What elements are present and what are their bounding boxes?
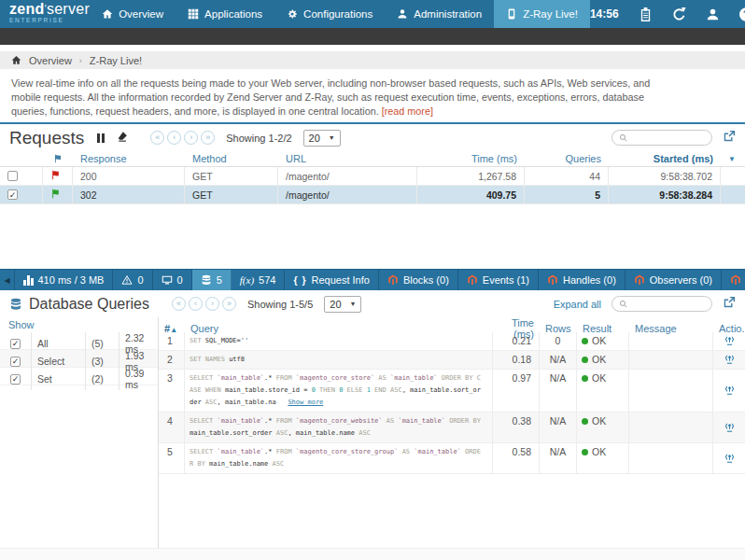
queries-export-button[interactable] (723, 296, 736, 313)
result-label: OK (592, 354, 606, 365)
time-column-header[interactable]: Time (ms) (464, 153, 525, 164)
filter-checkbox[interactable] (10, 357, 21, 367)
queries-prev-page-button[interactable]: ‹ (189, 297, 203, 311)
sql-token: .* (264, 417, 276, 425)
request-row-checkbox[interactable] (7, 171, 18, 181)
requests-next-page-button[interactable]: › (184, 131, 198, 145)
zray-tab-handles-0[interactable]: Handles (0) (539, 270, 626, 290)
flag-column-header[interactable] (43, 154, 73, 163)
database-icon (9, 298, 22, 311)
read-more-link[interactable]: [read more] (382, 105, 433, 117)
query-row[interactable]: 5SELECT `main_table`.* FROM `magento_cor… (159, 443, 745, 474)
requests-search-input[interactable] (631, 133, 705, 143)
sql-token: utf8 (229, 356, 245, 363)
sql-token: SQL_MODE='' (205, 337, 248, 344)
queries-next-page-button[interactable]: › (205, 297, 219, 311)
sql-token: ORDE (465, 448, 481, 455)
zray-tab-events-1[interactable]: Events (1) (458, 270, 539, 290)
nav-item-applications[interactable]: Applications (176, 0, 274, 28)
url-column-header[interactable]: URL (278, 153, 417, 164)
query-row[interactable]: 3SELECT `main_table`.* FROM `magento_cor… (159, 370, 745, 413)
request-row[interactable]: 302GET/magento/409.7559:58:38.284 (0, 186, 745, 204)
filter-row-select[interactable]: Select(3)1.93 ms (0, 350, 158, 368)
scroll-left-icon[interactable]: ◀ (0, 270, 14, 290)
zray-tab-blocks-0[interactable]: Blocks (0) (379, 270, 458, 290)
queries-first-page-button[interactable]: « (172, 297, 186, 311)
nav-item-z-ray-live[interactable]: Z-Ray Live! (494, 0, 590, 28)
sql-token: , main_table.name (288, 429, 358, 437)
zray-tab-observers-0[interactable]: Observers (0) (626, 270, 722, 290)
zray-tab-request-info[interactable]: { }Request Info (285, 270, 378, 290)
zray-tab-overview-0[interactable]: Overview (0) (722, 270, 745, 290)
query-time: 0.18 (493, 351, 540, 369)
zray-tab-410-ms-3-mb[interactable]: 410 ms / 3 MB (14, 270, 113, 290)
filter-checkbox[interactable] (10, 339, 21, 349)
query-backtrace-button[interactable] (713, 332, 745, 350)
sql-token: ORDER BY (449, 417, 481, 425)
sql-token: main_table.store_id = (225, 386, 312, 394)
query-rows-count: N/A (540, 443, 577, 473)
gear-icon (287, 8, 298, 20)
requests-last-page-button[interactable]: » (201, 131, 215, 145)
query-row[interactable]: 1SET SQL_MODE=''0.210OK (159, 332, 745, 351)
zray-tab-label: 574 (259, 274, 275, 286)
query-number: 4 (159, 413, 185, 442)
queries-column-header[interactable]: Queries (557, 153, 609, 164)
breadcrumb-zray-live[interactable]: Z-Ray Live! (90, 55, 142, 66)
time-cell: 409.75 (417, 186, 525, 203)
nav-item-configurations[interactable]: Configurations (274, 0, 385, 28)
query-backtrace-button[interactable] (713, 413, 745, 442)
sql-token: `main_table` (390, 374, 438, 382)
expand-all-link[interactable]: Expand all (554, 299, 601, 310)
query-backtrace-button[interactable] (713, 351, 745, 369)
warning-icon (121, 274, 133, 286)
nav-item-overview[interactable]: Overview (90, 0, 176, 28)
filter-row-set[interactable]: Set(2)0.39 ms (0, 368, 158, 385)
page-size-value: 20 (309, 133, 320, 144)
queries-showing-label: Showing 1-5/5 (247, 299, 313, 310)
queries-page-size-select[interactable]: 20▼ (324, 296, 361, 313)
query-row[interactable]: 4SELECT `main_table`.* FROM `magento_cor… (159, 413, 745, 443)
ok-status-icon (582, 375, 588, 382)
response-column-header[interactable]: Response (73, 153, 185, 164)
query-row[interactable]: 2SET NAMES utf80.18N/AOK (159, 351, 745, 370)
zray-tab-0[interactable]: 0 (153, 270, 192, 290)
user-icon[interactable] (706, 7, 720, 21)
zend-server-screen: zend'server ENTERPRISE OverviewApplicati… (0, 0, 745, 560)
started-column-header[interactable]: Started (ms) (646, 153, 721, 164)
queries-search-input[interactable] (631, 299, 705, 309)
requests-page-size-select[interactable]: 20▼ (303, 130, 341, 147)
breadcrumb-overview[interactable]: Overview (29, 55, 72, 66)
zray-tab-5[interactable]: 5 (192, 270, 232, 290)
chevron-down-icon: ▼ (350, 301, 357, 307)
method-column-header[interactable]: Method (185, 153, 278, 164)
show-more-link[interactable]: Show more (288, 399, 323, 406)
description-text: View real-time info on all the requests … (11, 77, 650, 117)
zray-tab-0[interactable]: 0 (113, 270, 152, 290)
home-icon[interactable] (11, 55, 21, 65)
zray-tab-574[interactable]: f(x)574 (232, 270, 286, 290)
queries-last-page-button[interactable]: » (222, 297, 236, 311)
clipboard-icon[interactable] (639, 7, 653, 21)
requests-export-button[interactable] (723, 130, 736, 147)
query-rows: 1SET SQL_MODE=''0.210OK2SET NAMES utf80.… (159, 332, 745, 474)
backtrace-icon (724, 354, 736, 366)
filter-checkbox[interactable] (10, 374, 21, 385)
zray-tab-label: Handles (0) (563, 274, 616, 286)
zend-server-logo[interactable]: zend'server ENTERPRISE (0, 0, 90, 28)
nav-item-administration[interactable]: Administration (385, 0, 494, 28)
requests-prev-page-button[interactable]: ‹ (167, 131, 181, 145)
query-message (629, 332, 713, 350)
clear-requests-button[interactable] (116, 130, 128, 147)
backtrace-icon (724, 446, 736, 470)
refresh-icon[interactable] (672, 7, 686, 21)
query-backtrace-button[interactable] (713, 443, 745, 473)
braces-icon: { } (293, 274, 306, 286)
help-icon[interactable]: ? (739, 7, 745, 21)
requests-first-page-button[interactable]: « (150, 131, 164, 145)
query-backtrace-button[interactable] (713, 370, 745, 412)
request-row-checkbox[interactable] (7, 189, 18, 200)
request-row[interactable]: 200GET/magento/1,267.58449:58:38.702 (0, 167, 745, 186)
pause-button[interactable] (97, 133, 105, 143)
filter-row-all[interactable]: All(5)2.32 ms (0, 332, 158, 350)
